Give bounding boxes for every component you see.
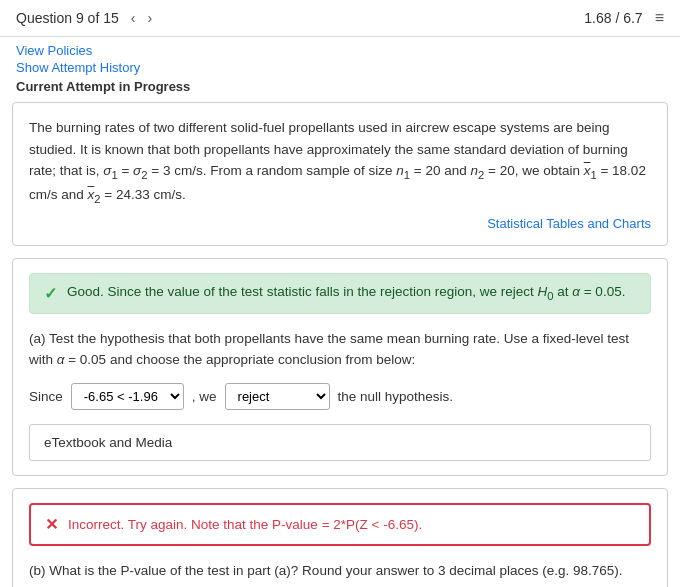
current-attempt-label: Current Attempt in Progress	[0, 77, 680, 102]
null-hypothesis-label: the null hypothesis.	[338, 389, 454, 404]
success-banner: ✓ Good. Since the value of the test stat…	[29, 273, 651, 314]
part-b-card: ✕ Incorrect. Try again. Note that the P-…	[12, 488, 668, 587]
stat-tables-link[interactable]: Statistical Tables and Charts	[29, 216, 651, 231]
success-message: Good. Since the value of the test statis…	[67, 284, 625, 302]
etextbook-label: eTextbook and Media	[44, 435, 172, 450]
part-b-question: (b) What is the P-value of the test in p…	[29, 560, 651, 582]
header: Question 9 of 15 ‹ › 1.68 / 6.7 ≡	[0, 0, 680, 37]
check-icon: ✓	[44, 284, 57, 303]
show-attempt-link[interactable]: Show Attempt History	[16, 60, 664, 75]
header-left: Question 9 of 15 ‹ ›	[16, 8, 156, 28]
error-message: Incorrect. Try again. Note that the P-va…	[68, 517, 422, 532]
question-card: The burning rates of two different solid…	[12, 102, 668, 246]
conclusion-dropdown[interactable]: reject fail to reject	[225, 383, 330, 410]
chevron-right-icon: ›	[147, 10, 152, 26]
question-text: The burning rates of two different solid…	[29, 117, 651, 208]
since-row: Since -6.65 < -1.96 -6.65 > 1.96 other ,…	[29, 383, 651, 410]
x-icon: ✕	[45, 515, 58, 534]
error-banner: ✕ Incorrect. Try again. Note that the P-…	[29, 503, 651, 546]
we-label: , we	[192, 389, 217, 404]
part-a-card: ✓ Good. Since the value of the test stat…	[12, 258, 668, 476]
score-display: 1.68 / 6.7	[584, 10, 642, 26]
etextbook-box: eTextbook and Media	[29, 424, 651, 461]
chevron-left-icon: ‹	[131, 10, 136, 26]
next-question-button[interactable]: ›	[143, 8, 156, 28]
top-links: View Policies Show Attempt History	[0, 37, 680, 77]
header-nav: ‹ ›	[127, 8, 156, 28]
part-a-question: (a) Test the hypothesis that both propel…	[29, 328, 651, 371]
header-right: 1.68 / 6.7 ≡	[584, 9, 664, 27]
test-statistic-dropdown[interactable]: -6.65 < -1.96 -6.65 > 1.96 other	[71, 383, 184, 410]
view-policies-link[interactable]: View Policies	[16, 43, 664, 58]
hamburger-icon[interactable]: ≡	[655, 9, 664, 27]
question-label: Question 9 of 15	[16, 10, 119, 26]
prev-question-button[interactable]: ‹	[127, 8, 140, 28]
since-label: Since	[29, 389, 63, 404]
